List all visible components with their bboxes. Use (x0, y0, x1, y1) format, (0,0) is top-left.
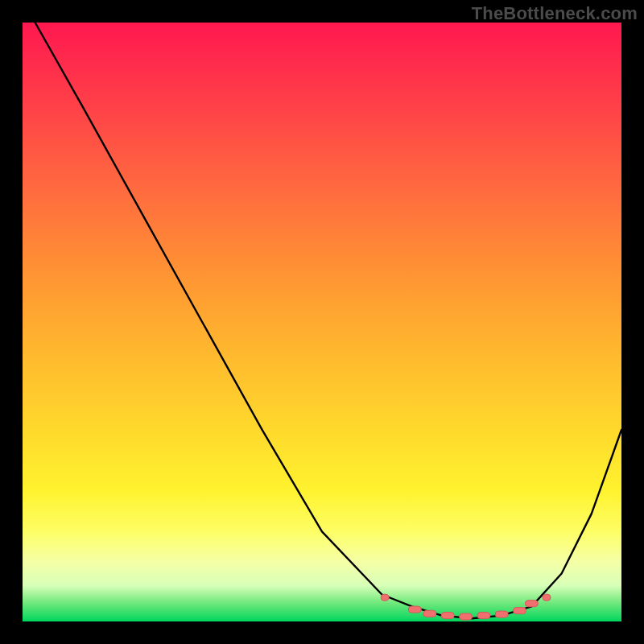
curve-markers (381, 594, 551, 620)
watermark-text: TheBottleneck.com (472, 3, 638, 24)
chart-svg (23, 23, 621, 621)
curve-marker (495, 611, 508, 617)
curve-marker (408, 606, 421, 613)
chart-frame: TheBottleneck.com (0, 0, 644, 644)
curve-marker (543, 594, 551, 601)
plot-area (23, 23, 621, 621)
curve-marker (460, 613, 473, 620)
curve-marker (441, 613, 454, 619)
bottleneck-curve (23, 23, 621, 618)
curve-marker (477, 613, 490, 619)
curve-marker (514, 608, 526, 614)
curve-marker (423, 610, 436, 617)
curve-marker (381, 594, 389, 601)
curve-marker (525, 601, 538, 607)
